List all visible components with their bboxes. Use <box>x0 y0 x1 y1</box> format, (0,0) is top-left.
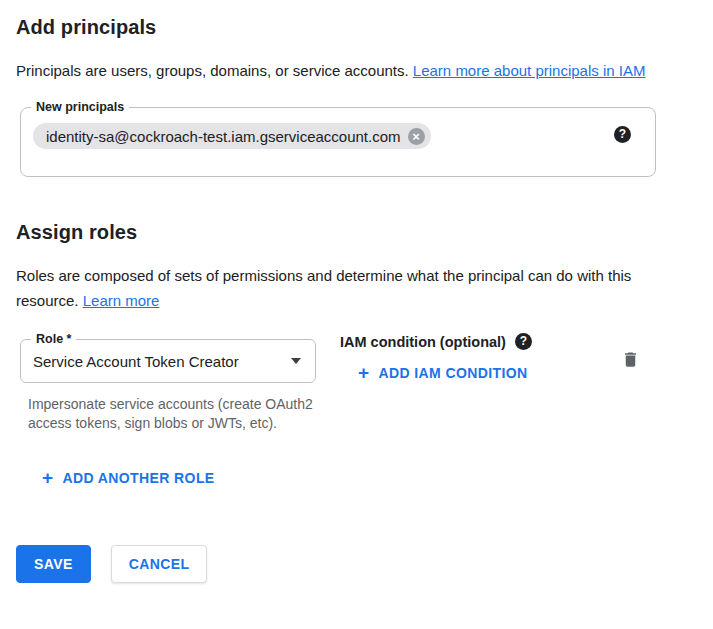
iam-condition-column: IAM condition (optional) ? + ADD IAM CON… <box>340 333 620 382</box>
dialog-actions: SAVE CANCEL <box>16 545 697 583</box>
new-principals-field[interactable]: New principals identity-sa@cockroach-tes… <box>20 107 656 177</box>
principals-description: Principals are users, groups, domains, o… <box>16 58 664 83</box>
role-label: Role * <box>31 331 76 347</box>
role-assignment-row: Role * Service Account Token Creator Imp… <box>20 339 697 433</box>
learn-more-principals-link[interactable]: Learn more about principals in IAM <box>413 62 646 79</box>
iam-condition-help-icon[interactable]: ? <box>515 333 532 350</box>
save-button[interactable]: SAVE <box>16 545 91 583</box>
plus-icon: + <box>358 365 370 381</box>
iam-condition-label: IAM condition (optional) <box>340 334 506 350</box>
iam-condition-label-row: IAM condition (optional) ? <box>340 333 620 350</box>
chip-remove-icon[interactable]: × <box>408 128 425 145</box>
add-iam-condition-label: ADD IAM CONDITION <box>379 365 528 381</box>
add-another-role-button[interactable]: + ADD ANOTHER ROLE <box>36 469 221 487</box>
add-another-role-label: ADD ANOTHER ROLE <box>63 470 215 486</box>
role-column: Role * Service Account Token Creator Imp… <box>20 339 316 433</box>
principal-chip-value: identity-sa@cockroach-test.iam.gservicea… <box>46 128 401 145</box>
role-helper-text: Impersonate service accounts (create OAu… <box>28 395 318 433</box>
learn-more-roles-link[interactable]: Learn more <box>83 292 160 309</box>
add-iam-condition-button[interactable]: + ADD IAM CONDITION <box>352 364 534 382</box>
assign-roles-heading: Assign roles <box>16 221 697 244</box>
plus-icon: + <box>42 470 54 486</box>
delete-role-button[interactable] <box>621 349 640 373</box>
principal-chip: identity-sa@cockroach-test.iam.gservicea… <box>33 123 431 149</box>
trash-icon <box>621 358 640 373</box>
role-select[interactable]: Role * Service Account Token Creator <box>20 339 316 383</box>
role-selected-value: Service Account Token Creator <box>33 353 239 370</box>
roles-description: Roles are composed of sets of permission… <box>16 263 664 313</box>
add-principals-heading: Add principals <box>16 16 697 39</box>
new-principals-help-icon[interactable]: ? <box>614 126 631 143</box>
principals-description-text: Principals are users, groups, domains, o… <box>16 62 413 79</box>
chevron-down-icon <box>291 358 301 364</box>
cancel-button[interactable]: CANCEL <box>111 545 208 583</box>
add-principals-panel: Add principals Principals are users, gro… <box>0 0 713 599</box>
delete-role-column <box>621 349 640 373</box>
new-principals-label: New principals <box>31 99 129 115</box>
